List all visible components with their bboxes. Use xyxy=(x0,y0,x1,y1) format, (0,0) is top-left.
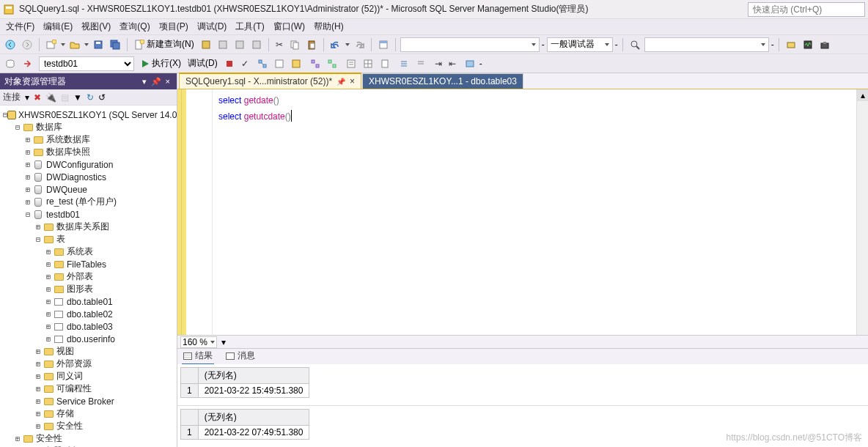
registered-servers-icon[interactable] xyxy=(784,37,798,52)
comment-icon[interactable] xyxy=(397,56,411,71)
retest-node[interactable]: re_test (单个用户) xyxy=(46,196,117,208)
tab-sqlquery1[interactable]: SQLQuery1.sql - X...ministrator (52))* 📌… xyxy=(179,73,361,89)
testdb01-node[interactable]: testdb01 xyxy=(46,210,80,220)
mdx-query-icon[interactable] xyxy=(216,37,230,52)
solution-config-combo[interactable] xyxy=(400,37,540,52)
outdent-icon[interactable]: ⇤ xyxy=(446,56,458,71)
scroll-up-icon[interactable]: ▴ xyxy=(857,89,868,101)
panel-dropdown-icon[interactable]: ▾ xyxy=(140,77,149,86)
quick-launch-input[interactable] xyxy=(748,2,865,17)
editor-scrollbar[interactable]: ▴ xyxy=(856,89,868,335)
results-grid-icon[interactable] xyxy=(361,56,375,71)
new-project-dd[interactable] xyxy=(61,43,65,46)
debug-button[interactable]: 调试(D) xyxy=(185,56,220,70)
extres-node[interactable]: 外部资源 xyxy=(56,358,92,370)
intellisense-icon[interactable] xyxy=(289,56,304,71)
new-query-button[interactable]: 新建查询(N) xyxy=(132,37,196,51)
toolbox-icon[interactable] xyxy=(817,37,832,52)
server-node[interactable]: XHWSR0ESZL1KOY1 (SQL Server 14.0 xyxy=(18,110,177,120)
xmla-query-icon[interactable] xyxy=(249,37,264,52)
result-table-2[interactable]: (无列名) 12021-03-22 07:49:51.380 xyxy=(180,409,309,440)
table01-node[interactable]: dbo.table01 xyxy=(67,297,113,307)
sb-node[interactable]: Service Broker xyxy=(56,396,114,407)
tables-node[interactable]: 表 xyxy=(56,233,65,245)
code-editor[interactable]: select getdate() select getutcdate() xyxy=(177,89,856,335)
nav-fwd-button[interactable] xyxy=(20,37,34,52)
prog-node[interactable]: 可编程性 xyxy=(56,383,92,395)
actual-plan-icon[interactable] xyxy=(308,56,323,71)
refresh-icon[interactable]: ↻ xyxy=(87,92,94,103)
result-table-1[interactable]: (无列名) 12021-03-22 15:49:51.380 xyxy=(180,367,309,398)
close-tab-icon[interactable]: × xyxy=(350,76,355,86)
dwconfig-node[interactable]: DWConfiguration xyxy=(46,160,113,170)
undo-icon[interactable] xyxy=(328,37,343,52)
copy-icon[interactable] xyxy=(287,37,302,52)
execute-button[interactable]: 执行(X) xyxy=(139,56,183,70)
new-project-button[interactable] xyxy=(44,37,59,52)
panel-close-icon[interactable]: × xyxy=(163,77,172,86)
menu-tools[interactable]: 工具(T) xyxy=(231,21,268,33)
change-connection-icon[interactable] xyxy=(20,56,34,71)
find-button[interactable] xyxy=(628,37,642,52)
sysdb-node[interactable]: 系统数据库 xyxy=(46,133,90,146)
estimated-plan-icon[interactable] xyxy=(255,56,270,71)
synonyms-node[interactable]: 同义词 xyxy=(56,370,83,383)
stop-icon[interactable] xyxy=(222,56,237,71)
cell-getdate[interactable]: 2021-03-22 15:49:51.380 xyxy=(198,384,309,398)
use-db-icon[interactable] xyxy=(3,56,18,71)
external-node[interactable]: 外部表 xyxy=(67,270,93,283)
panel-pin-icon[interactable]: 📌 xyxy=(149,77,163,86)
snapshots-node[interactable]: 数据库快照 xyxy=(46,146,90,158)
connect-label[interactable]: 连接 xyxy=(3,91,21,103)
storage-node[interactable]: 存储 xyxy=(56,407,74,420)
menu-edit[interactable]: 编辑(E) xyxy=(39,21,77,33)
menu-debug[interactable]: 调试(D) xyxy=(193,21,232,33)
properties-icon[interactable] xyxy=(376,37,391,52)
security-srv-node[interactable]: 安全性 xyxy=(36,432,62,445)
diagrams-node[interactable]: 数据库关系图 xyxy=(56,221,109,233)
open-button[interactable] xyxy=(67,37,82,52)
menu-window[interactable]: 窗口(W) xyxy=(269,21,309,33)
cell-getutcdate[interactable]: 2021-03-22 07:49:51.380 xyxy=(198,426,309,440)
dwqueue-node[interactable]: DWQueue xyxy=(46,185,87,195)
undo-dd[interactable] xyxy=(345,43,350,46)
save-all-button[interactable] xyxy=(108,37,122,52)
paste-icon[interactable] xyxy=(304,37,319,52)
rownum-1[interactable]: 1 xyxy=(181,384,199,398)
redo-icon[interactable] xyxy=(352,37,367,52)
col-noname-1[interactable]: (无列名) xyxy=(198,368,309,384)
zoom-combo[interactable]: 160 % xyxy=(180,336,217,348)
cut-icon[interactable]: ✂ xyxy=(273,37,285,52)
activity-monitor-icon[interactable] xyxy=(801,37,815,52)
table02-node[interactable]: dbo.table02 xyxy=(67,309,113,319)
code-text[interactable]: select getdate() select getutcdate() xyxy=(213,89,298,335)
parse-icon[interactable]: ✓ xyxy=(239,56,251,71)
tab-table03[interactable]: XHWSR0ESZL1KOY...1 - dbo.table03 xyxy=(362,73,523,89)
dwdiag-node[interactable]: DWDiagnostics xyxy=(46,172,106,182)
database-combo[interactable]: testdb01 xyxy=(39,56,134,71)
pin-icon[interactable]: 📌 xyxy=(336,78,345,86)
stop-refresh-icon[interactable]: ↺ xyxy=(98,92,106,103)
systables-node[interactable]: 系统表 xyxy=(67,245,93,258)
menu-view[interactable]: 视图(V) xyxy=(77,21,115,33)
nav-back-button[interactable] xyxy=(3,37,18,52)
find-combo[interactable] xyxy=(644,37,769,52)
open-dd[interactable] xyxy=(84,43,89,46)
filetables-node[interactable]: FileTables xyxy=(67,259,106,270)
menu-project[interactable]: 项目(P) xyxy=(155,21,193,33)
results-file-icon[interactable] xyxy=(378,56,392,71)
menu-query[interactable]: 查询(Q) xyxy=(115,21,154,33)
dmx-query-icon[interactable] xyxy=(232,37,247,52)
rownum-2[interactable]: 1 xyxy=(181,426,199,440)
messages-tab[interactable]: 消息 xyxy=(224,348,257,365)
specify-values-icon[interactable] xyxy=(463,56,477,71)
debugger-combo[interactable]: 一般调试器 xyxy=(547,37,613,52)
save-button[interactable] xyxy=(91,37,106,52)
connect-plug-icon[interactable]: 🔌 xyxy=(45,92,56,103)
indent-icon[interactable]: ⇥ xyxy=(433,56,444,71)
engine-query-icon[interactable] xyxy=(199,37,213,52)
live-stats-icon[interactable] xyxy=(325,56,339,71)
databases-node[interactable]: 数据库 xyxy=(36,121,62,133)
graph-node[interactable]: 图形表 xyxy=(67,283,93,295)
table03-node[interactable]: dbo.table03 xyxy=(67,322,113,332)
